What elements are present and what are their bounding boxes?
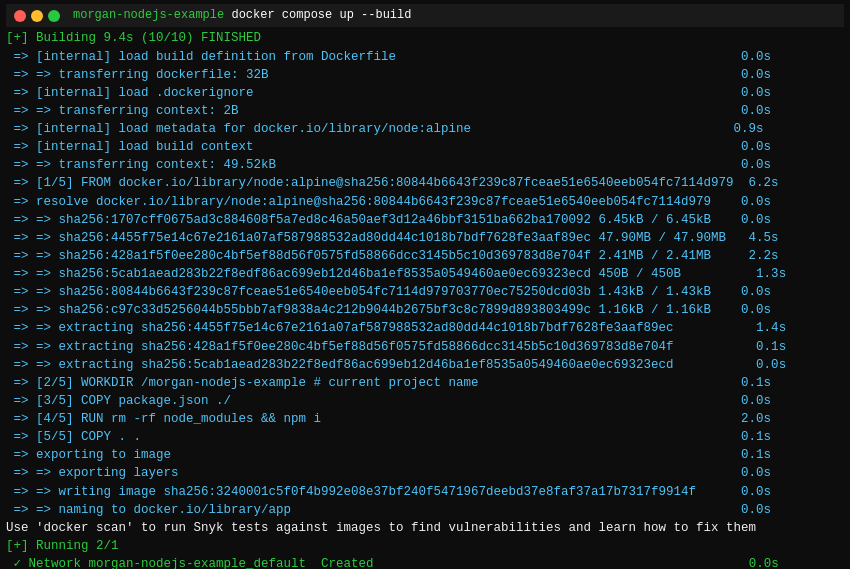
terminal-line: => [internal] load metadata for docker.i… <box>6 120 844 138</box>
maximize-icon[interactable] <box>48 10 60 22</box>
terminal-line: => => transferring dockerfile: 32B 0.0s <box>6 66 844 84</box>
terminal-line: => [internal] load .dockerignore 0.0s <box>6 84 844 102</box>
close-icon[interactable] <box>14 10 26 22</box>
title-text: morgan-nodejs-example docker compose up … <box>73 7 411 24</box>
terminal-line: => resolve docker.io/library/node:alpine… <box>6 193 844 211</box>
terminal-line: => => exporting layers 0.0s <box>6 464 844 482</box>
terminal-line: => => extracting sha256:428a1f5f0ee280c4… <box>6 338 844 356</box>
terminal-line: => [4/5] RUN rm -rf node_modules && npm … <box>6 410 844 428</box>
terminal-line: => => transferring context: 49.52kB 0.0s <box>6 156 844 174</box>
terminal-line: => => extracting sha256:4455f75e14c67e21… <box>6 319 844 337</box>
terminal-window: morgan-nodejs-example docker compose up … <box>0 0 850 569</box>
terminal-line: => [2/5] WORKDIR /morgan-nodejs-example … <box>6 374 844 392</box>
terminal-line: Use 'docker scan' to run Snyk tests agai… <box>6 519 844 537</box>
minimize-icon[interactable] <box>31 10 43 22</box>
project-name: morgan-nodejs-example <box>73 8 231 22</box>
terminal-line: => => sha256:80844b6643f239c87fceae51e65… <box>6 283 844 301</box>
terminal-line: [+] Building 9.4s (10/10) FINISHED <box>6 29 844 47</box>
terminal-line: => exporting to image 0.1s <box>6 446 844 464</box>
terminal-line: => => sha256:5cab1aead283b22f8edf86ac699… <box>6 265 844 283</box>
terminal-line: => [5/5] COPY . . 0.1s <box>6 428 844 446</box>
terminal-line: => [3/5] COPY package.json ./ 0.0s <box>6 392 844 410</box>
terminal-line: => [internal] load build definition from… <box>6 48 844 66</box>
terminal-line: => => writing image sha256:3240001c5f0f4… <box>6 483 844 501</box>
terminal-line: => => naming to docker.io/library/app 0.… <box>6 501 844 519</box>
terminal-line: => => sha256:4455f75e14c67e2161a07af5879… <box>6 229 844 247</box>
command-text: docker compose up --build <box>231 8 411 22</box>
terminal-line: => => sha256:428a1f5f0ee280c4bf5ef88d56f… <box>6 247 844 265</box>
terminal-line: => => transferring context: 2B 0.0s <box>6 102 844 120</box>
terminal-line: => [1/5] FROM docker.io/library/node:alp… <box>6 174 844 192</box>
terminal-line: [+] Running 2/1 <box>6 537 844 555</box>
terminal-line: => => sha256:1707cff0675ad3c884608f5a7ed… <box>6 211 844 229</box>
terminal-line: => [internal] load build context 0.0s <box>6 138 844 156</box>
terminal-line: => => sha256:c97c33d5256044b55bbb7af9838… <box>6 301 844 319</box>
terminal-line: ✓ Network morgan-nodejs-example_default … <box>6 555 844 569</box>
title-bar: morgan-nodejs-example docker compose up … <box>6 4 844 27</box>
terminal-output: [+] Building 9.4s (10/10) FINISHED => [i… <box>6 29 844 569</box>
terminal-line: => => extracting sha256:5cab1aead283b22f… <box>6 356 844 374</box>
